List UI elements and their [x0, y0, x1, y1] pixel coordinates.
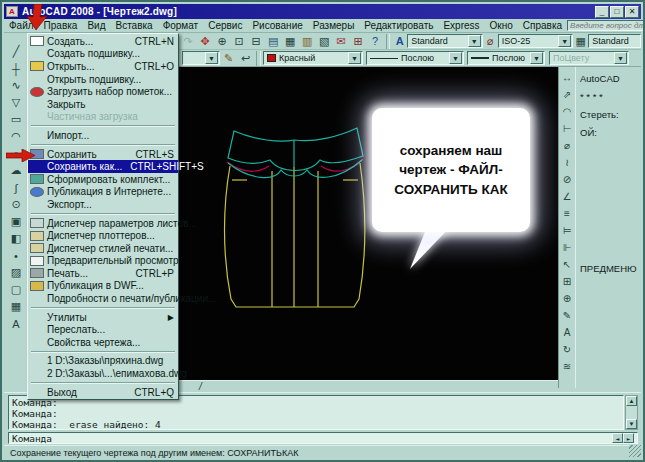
lineweight-combo[interactable]: Послою ▼	[467, 51, 545, 65]
menu-item-recent-file-2[interactable]: 2 D:\Заказы\...\епимахова.dwg	[28, 367, 178, 380]
linetype-combo[interactable]: Послою ▼	[366, 51, 464, 65]
rectangle-icon[interactable]: ▭	[6, 111, 26, 128]
scroll-up-icon[interactable]: ▲	[626, 396, 637, 406]
quick-leader-icon[interactable]: ↖	[559, 256, 575, 273]
dim-style-combo[interactable]: ISO-25 ▼	[498, 34, 574, 48]
make-block-icon[interactable]: ◧	[6, 230, 26, 247]
menu-item-save[interactable]: СохранитьCTRL+S	[28, 148, 178, 161]
multiline-text-icon[interactable]: A	[6, 315, 26, 332]
menu-draw[interactable]: Рисование	[247, 20, 307, 31]
scroll-left-icon[interactable]: ◄	[612, 433, 623, 443]
menu-item-plot-publish-details[interactable]: Подробности о печати/публикации...	[28, 292, 178, 305]
angular-dimension-icon[interactable]: ∠	[559, 188, 575, 205]
arc-icon[interactable]: ◠	[6, 128, 26, 145]
point-icon[interactable]: •	[6, 247, 26, 264]
designcenter-icon[interactable]: ▦	[282, 34, 299, 49]
menu-view[interactable]: Вид	[82, 20, 110, 31]
ellipse-icon[interactable]: ⊙	[6, 196, 26, 213]
menu-item-exit[interactable]: ВыходCTRL+Q	[28, 386, 178, 399]
dimension-text-edit-icon[interactable]: A	[559, 324, 575, 341]
menu-item-plot-style-manager[interactable]: Диспетчер стилей печати...	[28, 242, 178, 255]
radius-dimension-icon[interactable]: ⌀	[559, 137, 575, 154]
zoom-window-icon[interactable]: ⊡	[231, 34, 248, 49]
dropdown-arrow-icon[interactable]: ▼	[530, 52, 543, 64]
menu-item-recent-file-1[interactable]: 1 D:\Заказы\пряхина.dwg	[28, 355, 178, 368]
markup-set-manager-icon[interactable]: ✉	[333, 34, 350, 49]
diameter-dimension-icon[interactable]: ⊘	[559, 171, 575, 188]
screen-menu-item[interactable]: ПРЕДМЕНЮ	[580, 263, 637, 274]
menu-item-close[interactable]: Закрыть	[28, 98, 178, 111]
menu-item-plot[interactable]: Печать...CTRL+P	[28, 267, 178, 280]
help-search-input[interactable]	[567, 20, 645, 31]
layer-previous-icon[interactable]: ↩	[237, 51, 254, 66]
menu-item-save-as[interactable]: Сохранить как...CTRL+SHIFT+S	[28, 160, 178, 173]
continue-dimension-icon[interactable]: ⊩	[559, 239, 575, 256]
dimension-style-icon[interactable]: ≋	[559, 358, 575, 375]
polygon-icon[interactable]: ▽	[6, 94, 26, 111]
menu-tools[interactable]: Сервис	[203, 20, 247, 31]
menu-item-etransmit[interactable]: Сформировать комплект...	[28, 173, 178, 186]
menu-modify[interactable]: Редактировать	[359, 20, 438, 31]
menu-help[interactable]: Справка	[518, 20, 567, 31]
color-combo[interactable]: Красный ▼	[263, 51, 363, 65]
screen-menu-item[interactable]: Стереть:	[580, 109, 637, 120]
ordinate-dimension-icon[interactable]: ⊢	[559, 120, 575, 137]
redo-icon[interactable]: ↷	[180, 34, 197, 49]
menu-item-open[interactable]: Открыть...CTRL+O	[28, 60, 178, 73]
make-object-layer-icon[interactable]: ✎	[220, 51, 237, 66]
dropdown-arrow-icon[interactable]: ▼	[449, 52, 462, 64]
maximize-button[interactable]: □	[610, 6, 624, 18]
center-mark-icon[interactable]: ⊕	[559, 290, 575, 307]
region-icon[interactable]: ▢	[6, 281, 26, 298]
screen-menu-item[interactable]: ОЙ:	[580, 127, 637, 138]
menu-item-drawing-utilities[interactable]: Утилиты▶	[28, 311, 178, 324]
menu-item-plotter-manager[interactable]: Диспетчер плоттеров...	[28, 229, 178, 242]
insert-block-icon[interactable]: ▣	[6, 213, 26, 230]
linear-dimension-icon[interactable]: ↔	[559, 69, 575, 86]
menu-item-publish-dwf[interactable]: Публикация в DWF...	[28, 280, 178, 293]
menu-item-send[interactable]: Переслать...	[28, 323, 178, 336]
dimension-edit-icon[interactable]: ✎	[559, 307, 575, 324]
menu-insert[interactable]: Вставка	[110, 20, 157, 31]
table-style-icon[interactable]: ▦	[573, 34, 588, 49]
dimension-update-icon[interactable]: ↻	[559, 341, 575, 358]
zoom-realtime-icon[interactable]: ⊕	[214, 34, 231, 49]
resize-grip[interactable]	[629, 445, 641, 457]
screen-menu-item[interactable]: * * * *	[580, 91, 637, 102]
menu-format[interactable]: Формат	[158, 20, 204, 31]
sheetset-manager-icon[interactable]: ▧	[316, 34, 333, 49]
menu-window[interactable]: Окно	[485, 20, 518, 31]
menu-item-drawing-properties[interactable]: Свойства чертежа...	[28, 336, 178, 349]
aligned-dimension-icon[interactable]: ⇗	[559, 86, 575, 103]
menu-item-new[interactable]: Создать...CTRL+N	[28, 35, 178, 48]
menu-item-import[interactable]: Импорт...	[28, 129, 178, 142]
layer-combo[interactable]: ▼	[182, 51, 220, 65]
pan-realtime-icon[interactable]: ✥	[197, 34, 214, 49]
menu-item-open-sheet-set[interactable]: Открыть подшивку...	[28, 73, 178, 86]
scroll-right-icon[interactable]: ►	[623, 433, 634, 443]
menu-item-plot-preview[interactable]: Предварительный просмотр	[28, 255, 178, 268]
tool-palettes-icon[interactable]: ▥	[299, 34, 316, 49]
jogged-dimension-icon[interactable]: ≀	[559, 154, 575, 171]
construction-line-icon[interactable]: ┼	[6, 60, 26, 77]
close-button[interactable]: ✕	[625, 6, 639, 18]
arc-length-dimension-icon[interactable]: ◠	[559, 103, 575, 120]
tolerance-icon[interactable]: ⊞	[559, 273, 575, 290]
polyline-icon[interactable]: ∿	[6, 77, 26, 94]
table-icon[interactable]: ▦	[6, 298, 26, 315]
revision-cloud-icon[interactable]: ☁	[6, 162, 26, 179]
menu-item-new-sheet-set[interactable]: Создать подшивку...	[28, 48, 178, 61]
text-style-icon[interactable]: A	[392, 34, 407, 49]
dim-style-icon[interactable]: ⌀	[483, 34, 498, 49]
menu-item-publish-to-web[interactable]: Публикация в Интернете...	[28, 186, 178, 199]
menu-dimension[interactable]: Размеры	[308, 20, 360, 31]
hatch-icon[interactable]: ▨	[6, 264, 26, 281]
command-scrollbar[interactable]: ▲ ▼	[625, 395, 638, 430]
help-icon[interactable]: ?	[367, 34, 384, 49]
quick-dimension-icon[interactable]: ≡	[559, 205, 575, 222]
command-input[interactable]: Команда ◄ ►	[8, 432, 638, 444]
table-style-combo[interactable]: Standard	[588, 34, 641, 48]
spline-icon[interactable]: ∫	[6, 179, 26, 196]
dropdown-arrow-icon[interactable]: ▼	[468, 35, 481, 47]
menu-item-load-markup-set[interactable]: Загрузить набор пометок...	[28, 85, 178, 98]
